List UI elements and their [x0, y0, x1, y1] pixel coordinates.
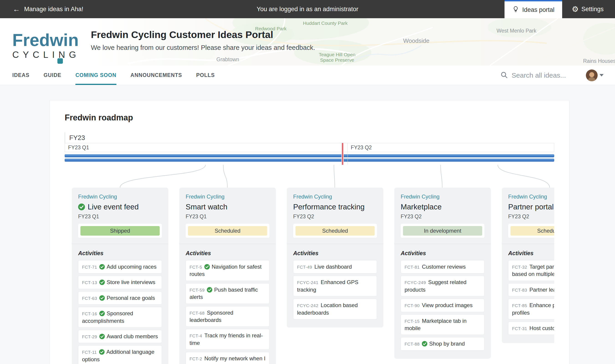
- activity-text: Partner leaderboards: [529, 286, 554, 293]
- nav-right: [500, 65, 604, 85]
- back-to-aha-link[interactable]: ← Manage ideas in Aha!: [0, 0, 83, 18]
- activity-item: FCT-68Sponsored leaderboards: [186, 306, 269, 327]
- status-badge: Shipped: [80, 226, 160, 236]
- tab-polls[interactable]: POLLS: [196, 65, 215, 85]
- status-box: Shipped: [78, 224, 162, 238]
- record-id: FCT-32: [512, 265, 527, 270]
- portal-header-text: Fredwin Cycling Customer Ideas Portal We…: [91, 29, 315, 52]
- activity-item: FCYC-241Enhanced GPS tracking: [293, 276, 377, 296]
- card-company-link[interactable]: Fredwin Cycling: [293, 194, 377, 200]
- portal-nav: IDEASGUIDECOMING SOONANNOUNCEMENTSPOLLS: [0, 65, 615, 85]
- activity-item: FCT-63Personal race goals: [78, 291, 162, 305]
- card-company-link[interactable]: Fredwin Cycling: [401, 194, 484, 200]
- card-quarter: FY23 Q2: [401, 214, 484, 220]
- divider: [287, 244, 383, 244]
- logo-subword: CYCLING: [12, 50, 80, 59]
- app: ← Manage ideas in Aha! You are logged in…: [0, 0, 615, 364]
- activities-heading: Activities: [293, 250, 377, 257]
- card-title: Performance tracking: [293, 203, 377, 211]
- record-id: FCT-85: [512, 303, 527, 308]
- activity-item: FCT-15Marketplace tab in mobile: [401, 314, 484, 335]
- record-id: FCT-68: [189, 311, 204, 315]
- roadmap-card: Fredwin CyclingSmart watchFY23 Q1Schedul…: [179, 188, 276, 364]
- record-id: FCT-2: [189, 356, 202, 361]
- lightbulb-icon: [512, 6, 519, 14]
- status-box: Scheduled: [293, 224, 377, 238]
- activity-text: Store live interviews: [107, 279, 155, 285]
- activity-item: FCT-49Live dashboard: [293, 260, 377, 273]
- card-title: Live event feed: [78, 203, 162, 211]
- search-icon: [500, 71, 508, 80]
- card-quarter: FY23 Q1: [78, 214, 162, 220]
- tab-ideas[interactable]: IDEAS: [12, 65, 29, 85]
- card-title: Marketplace: [401, 203, 484, 211]
- check-circle-icon: [99, 334, 105, 339]
- tab-coming-soon[interactable]: COMING SOON: [75, 65, 116, 85]
- activity-text: Host customer events: [529, 325, 554, 331]
- check-circle-icon: [99, 295, 105, 301]
- roadmap-card: Fredwin CyclingLive event feedFY23 Q1Shi…: [72, 188, 168, 364]
- check-circle-icon: [207, 287, 212, 293]
- nav-tabs: IDEASGUIDECOMING SOONANNOUNCEMENTSPOLLS: [12, 65, 215, 85]
- logo-wordmark: Fredwin: [12, 31, 80, 49]
- record-id: FCYC-242: [297, 303, 319, 308]
- activity-item: FCT-11Additional language options: [78, 345, 162, 364]
- record-id: FCT-59: [189, 288, 204, 293]
- ideas-portal-tab[interactable]: Ideas portal: [505, 0, 562, 18]
- activities-heading: Activities: [401, 250, 484, 257]
- card-quarter: FY23 Q2: [293, 214, 377, 220]
- chevron-down-icon: [600, 74, 604, 77]
- portal-logo: Fredwin CYCLING: [12, 31, 80, 59]
- activities-heading: Activities: [78, 250, 162, 257]
- tab-announcements[interactable]: ANNOUNCEMENTS: [131, 65, 182, 85]
- activities-heading: Activities: [186, 250, 269, 257]
- card-quarter: FY23 Q2: [508, 214, 554, 220]
- card-title: Partner portal: [508, 203, 554, 211]
- activity-item: FCT-83Partner leaderboards: [508, 283, 554, 296]
- roadmap-card: Fredwin CyclingPartner portalFY23 Q2Sche…: [502, 188, 554, 343]
- roadmap-title: Fredwin roadmap: [65, 113, 554, 122]
- tab-guide[interactable]: GUIDE: [43, 65, 61, 85]
- card-title-text: Live event feed: [88, 203, 139, 211]
- record-id: FCT-83: [512, 288, 527, 293]
- card-company-link[interactable]: Fredwin Cycling: [186, 194, 269, 200]
- record-id: FCT-4: [189, 334, 202, 338]
- check-circle-icon: [99, 264, 105, 270]
- check-circle-icon: [99, 280, 105, 285]
- cards-row: Fredwin CyclingLive event feedFY23 Q1Shi…: [65, 188, 554, 364]
- map-label: Teague Hill Open Space Preserve: [314, 52, 360, 63]
- activity-item: FCT-31Host customer events: [508, 322, 554, 335]
- record-id: FCT-13: [82, 280, 97, 285]
- record-id: FCT-90: [404, 303, 420, 308]
- map-label: Grabtown: [216, 56, 239, 63]
- map-label: Woodside: [403, 37, 429, 44]
- quarter-gridline: [348, 152, 348, 165]
- main-content: Fredwin roadmap FY23 FY23 Q1FY23 Q2: [0, 85, 615, 364]
- card-company-link[interactable]: Fredwin Cycling: [78, 194, 162, 200]
- card-title-text: Smart watch: [186, 203, 227, 211]
- user-menu[interactable]: [586, 69, 604, 81]
- record-id: FCT-88: [404, 342, 420, 347]
- activity-item: FCT-81Customer reviews: [401, 260, 484, 273]
- map-label: Huddart County Park: [303, 21, 348, 26]
- activity-text: Shop by brand: [429, 340, 465, 347]
- back-arrow-icon: ←: [13, 5, 20, 13]
- release-bar[interactable]: [65, 159, 554, 162]
- card-title: Smart watch: [186, 203, 269, 211]
- settings-button[interactable]: ⚙ Settings: [562, 0, 604, 18]
- check-circle-icon: [422, 341, 427, 347]
- status-box: Scheduled: [508, 224, 554, 238]
- activity-item: FCYC-249Suggest related products: [401, 276, 484, 296]
- activities-heading: Activities: [508, 250, 554, 257]
- activity-item: FCT-71Add upcoming races: [78, 260, 162, 273]
- search-input[interactable]: [511, 71, 582, 79]
- status-badge: Scheduled: [188, 226, 267, 236]
- card-title-text: Performance tracking: [293, 203, 365, 211]
- status-box: In development: [401, 224, 484, 238]
- card-company-link[interactable]: Fredwin Cycling: [508, 194, 554, 200]
- today-marker: [341, 143, 344, 165]
- timeline-bars: [65, 152, 554, 165]
- release-bar[interactable]: [65, 154, 554, 157]
- card-title-text: Partner portal: [508, 203, 554, 211]
- roadmap-panel: Fredwin roadmap FY23 FY23 Q1FY23 Q2: [49, 100, 569, 364]
